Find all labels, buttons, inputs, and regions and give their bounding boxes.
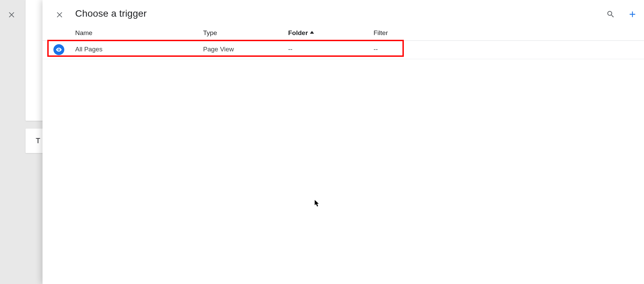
close-icon[interactable] — [55, 10, 64, 18]
row-type: Page View — [203, 46, 234, 53]
plus-icon[interactable] — [626, 7, 639, 21]
table-body: All Pages Page View -- -- — [43, 41, 644, 59]
panel-title: Choose a trigger — [75, 8, 147, 19]
column-header-folder[interactable]: Folder — [288, 29, 314, 37]
row-folder: -- — [288, 46, 293, 53]
page-view-icon — [53, 44, 64, 55]
panel-header: Choose a trigger — [43, 0, 644, 29]
column-header-folder-label: Folder — [288, 29, 308, 37]
column-header-filter[interactable]: Filter — [374, 29, 388, 37]
table-row[interactable]: All Pages Page View -- -- — [43, 41, 644, 59]
column-header-name[interactable]: Name — [75, 29, 93, 37]
search-icon[interactable] — [604, 7, 617, 21]
app-stage: T Choose a trigger Name Type Folder — [0, 0, 644, 284]
panel-actions — [604, 7, 639, 21]
row-filter: -- — [374, 46, 378, 53]
close-icon[interactable] — [7, 10, 16, 18]
cursor-icon — [315, 200, 320, 207]
row-name: All Pages — [75, 46, 102, 53]
column-header-type[interactable]: Type — [203, 29, 217, 37]
choose-trigger-panel: Choose a trigger Name Type Folder Filter — [43, 0, 644, 284]
table-header: Name Type Folder Filter — [43, 29, 644, 41]
background-card-text: T — [36, 136, 40, 145]
triangle-up-icon — [310, 31, 314, 34]
